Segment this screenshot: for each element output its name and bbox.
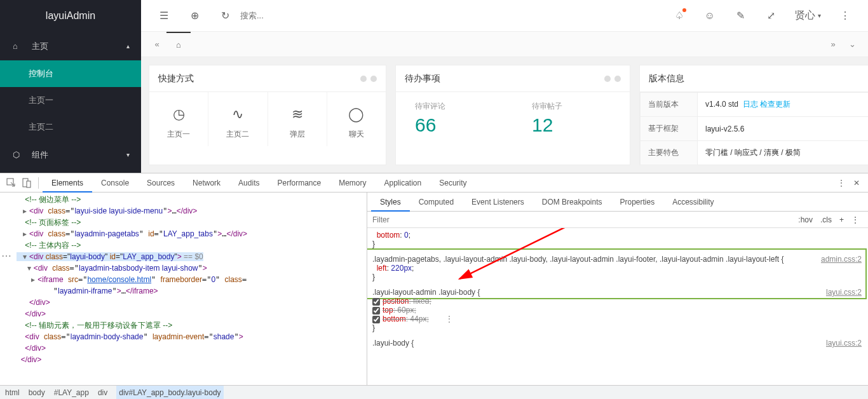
source-link[interactable]: admin.css:2 <box>821 255 862 264</box>
tab-elements[interactable]: Elements <box>43 173 92 193</box>
check-update-link[interactable]: 检查更新 <box>760 100 790 109</box>
menu-toggle-icon[interactable]: ☰ <box>154 6 174 26</box>
filter-input[interactable] <box>372 215 794 224</box>
dom-tree[interactable]: ⋯ <!-- 侧边菜单 --> ▸<div class="layui-side … <box>0 193 367 385</box>
hov-toggle[interactable]: :hov <box>798 215 813 224</box>
tab-sources[interactable]: Sources <box>138 173 184 193</box>
css-rule-2[interactable]: layui.css:2 .layui-layout-admin .layui-b… <box>372 288 863 332</box>
note-icon[interactable]: ✎ <box>730 6 750 26</box>
sidebar-sub-home1[interactable]: 主页一 <box>0 87 141 114</box>
tab-home[interactable]: ⌂ <box>166 32 191 57</box>
home-icon: ⌂ <box>176 40 181 50</box>
header: ☰ ⊕ ↻ ♤ ☺ ✎ ⤢ 贤心 ▾ ⋮ <box>141 0 868 32</box>
tab-application[interactable]: Application <box>376 173 431 193</box>
palette-icon[interactable]: ☺ <box>700 6 720 26</box>
page-tabs: « ⌂ » ⌄ <box>141 32 868 57</box>
carousel-dot[interactable] <box>360 76 367 82</box>
user-name: 贤心 <box>795 9 815 22</box>
tab-audits[interactable]: Audits <box>229 173 268 193</box>
home-icon: ⌂ <box>13 41 24 51</box>
search-input[interactable] <box>240 11 367 20</box>
source-link[interactable]: layui.css:2 <box>826 288 862 297</box>
tab-styles[interactable]: Styles <box>371 193 410 212</box>
todo-posts[interactable]: 待审帖子12 <box>513 101 630 136</box>
card-version: 版本信息 当前版本v1.4.0 std 日志 检查更新 基于框架layui-v2… <box>639 65 868 165</box>
tab-props[interactable]: Properties <box>611 193 663 212</box>
carousel-dot[interactable] <box>604 76 611 82</box>
css-rule-3[interactable]: layui.css:2 .layui-body { <box>372 339 863 348</box>
devtools-tabs: Elements Console Sources Network Audits … <box>0 173 868 193</box>
tab-console[interactable]: Console <box>92 173 138 193</box>
devtools-menu-icon[interactable]: ⋮ <box>834 175 849 191</box>
crumb[interactable]: div <box>98 386 107 399</box>
prop-checkbox[interactable] <box>372 316 380 323</box>
crumb[interactable]: html <box>5 386 20 399</box>
svg-rect-2 <box>27 181 31 187</box>
tab-memory[interactable]: Memory <box>330 173 375 193</box>
devtools-main: ⋯ <!-- 侧边菜单 --> ▸<div class="layui-side … <box>0 193 868 385</box>
device-icon[interactable] <box>19 175 34 191</box>
devtools: Elements Console Sources Network Audits … <box>0 173 868 399</box>
admin-app: layuiAdmin ⌂ 主页 ▴ 控制台 主页一 主页二 ⬡ 组件 ▾ ☰ ⊕… <box>0 0 868 173</box>
cls-toggle[interactable]: .cls <box>820 215 832 224</box>
tab-security[interactable]: Security <box>430 173 475 193</box>
tab-a11y[interactable]: Accessibility <box>663 193 722 212</box>
tabs-prev-icon[interactable]: « <box>147 35 166 54</box>
sidebar: layuiAdmin ⌂ 主页 ▴ 控制台 主页一 主页二 ⬡ 组件 ▾ <box>0 0 141 173</box>
tab-computed[interactable]: Computed <box>410 193 463 212</box>
sidebar-sub-console[interactable]: 控制台 <box>0 60 141 87</box>
dom-breadcrumb: html body #LAY_app div div#LAY_app_body.… <box>0 385 868 399</box>
source-link[interactable]: layui.css:2 <box>826 339 862 348</box>
carousel-dot[interactable] <box>370 76 377 82</box>
quick-home1[interactable]: ◷主页一 <box>149 92 208 146</box>
sidebar-item-label: 主页 <box>32 41 48 52</box>
bell-icon[interactable]: ♤ <box>669 6 689 26</box>
todo-comments[interactable]: 待审评论66 <box>396 101 513 136</box>
tab-listeners[interactable]: Event Listeners <box>463 193 533 212</box>
main-body: 快捷方式 ◷主页一 ∿主页二 ≋弹层 ◯聊天 待办事项 待审评论66 待审帖子1… <box>141 57 868 173</box>
sidebar-sub-home2[interactable]: 主页二 <box>0 114 141 140</box>
pulse-icon: ∿ <box>208 104 267 125</box>
logo[interactable]: layuiAdmin <box>0 0 141 32</box>
styles-menu-icon[interactable]: ⋮ <box>851 215 859 224</box>
styles-pane: Styles Computed Event Listeners DOM Brea… <box>367 193 868 385</box>
crumb-selected[interactable]: div#LAY_app_body.layui-body <box>116 386 223 399</box>
user-menu[interactable]: 贤心 ▾ <box>791 6 825 26</box>
globe-icon[interactable]: ⊕ <box>184 6 205 26</box>
css-rule-1[interactable]: admin.css:2 .layadmin-pagetabs, .layui-l… <box>372 255 863 281</box>
crumb[interactable]: body <box>29 386 45 399</box>
tab-dombp[interactable]: DOM Breakpoints <box>533 193 611 212</box>
chevron-down-icon: ▾ <box>818 12 821 19</box>
refresh-icon[interactable]: ↻ <box>215 6 235 26</box>
card-quick: 快捷方式 ◷主页一 ∿主页二 ≋弹层 ◯聊天 <box>149 65 386 165</box>
prop-checkbox[interactable] <box>372 298 380 306</box>
version-table: 当前版本v1.4.0 std 日志 检查更新 基于框架layui-v2.5.6 … <box>640 92 868 165</box>
tabs-next-icon[interactable]: » <box>824 35 843 54</box>
chat-icon: ◯ <box>327 104 386 125</box>
quick-chat[interactable]: ◯聊天 <box>327 92 386 146</box>
sidebar-item-label: 组件 <box>32 149 48 161</box>
fullscreen-icon[interactable]: ⤢ <box>761 6 781 26</box>
tabs-menu-icon[interactable]: ⌄ <box>843 35 862 54</box>
sidebar-item-component[interactable]: ⬡ 组件 ▾ <box>0 140 141 169</box>
more-icon[interactable]: ⋮ <box>835 6 855 26</box>
tab-network[interactable]: Network <box>184 173 229 193</box>
card-title: 待办事项 <box>405 73 440 85</box>
carousel-dot[interactable] <box>614 76 621 82</box>
crumb[interactable]: #LAY_app <box>54 386 89 399</box>
styles-tabs: Styles Computed Event Listeners DOM Brea… <box>367 193 868 212</box>
changelog-link[interactable]: 日志 <box>743 100 758 109</box>
devtools-close-icon[interactable]: ✕ <box>849 175 864 191</box>
quick-home2[interactable]: ∿主页二 <box>208 92 268 146</box>
gutter-dots: ⋯ <box>1 254 12 259</box>
quick-layer[interactable]: ≋弹层 <box>268 92 327 146</box>
prop-checkbox[interactable] <box>372 307 380 314</box>
inspect-icon[interactable] <box>4 175 19 191</box>
tab-performance[interactable]: Performance <box>268 173 330 193</box>
styles-rules[interactable]: bottom: 0;} admin.css:2 .layadmin-pageta… <box>367 228 868 385</box>
add-rule-icon[interactable]: + <box>839 215 844 224</box>
styles-filter: :hov .cls + ⋮ <box>367 212 868 228</box>
notification-dot <box>682 8 686 12</box>
sidebar-item-home[interactable]: ⌂ 主页 ▴ <box>0 32 141 60</box>
card-todo: 待办事项 待审评论66 待审帖子12 <box>395 65 630 165</box>
